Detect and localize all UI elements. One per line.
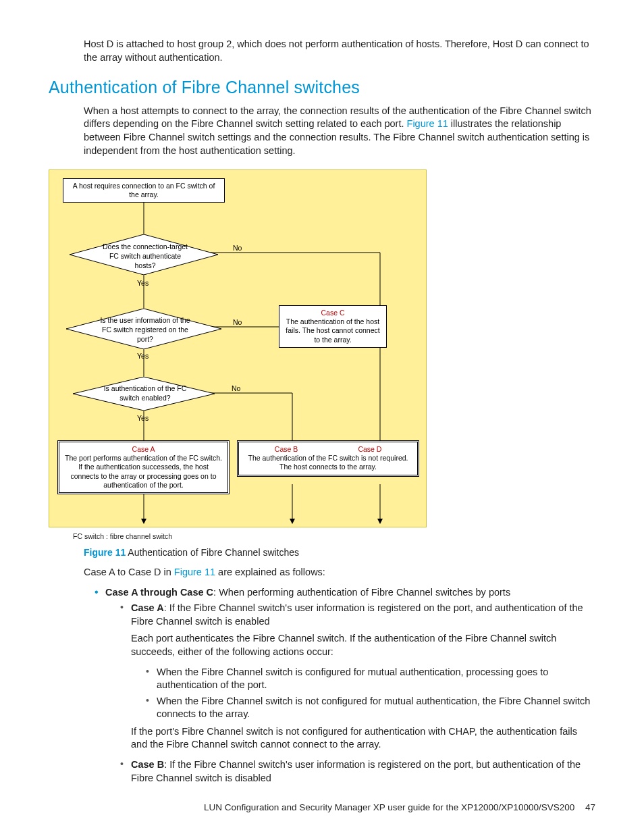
flowchart-diagram: A host requires connection to an FC swit…: [49, 170, 427, 527]
figure-ref-link[interactable]: Figure 11: [174, 567, 215, 577]
yes-label: Yes: [137, 413, 149, 423]
arrowhead-icon: [141, 519, 146, 524]
decision-text: Does the connection-target FC switch aut…: [98, 242, 192, 271]
bold-label: Case A through Case C: [105, 587, 213, 598]
diagram-legend: FC switch : fibre channel switch: [73, 531, 595, 541]
figure-caption-row: Figure 11 Authentication of Fibre Channe…: [84, 546, 595, 785]
figure-caption-text: Authentication of Fibre Channel switches: [126, 547, 299, 558]
text-span: Case A to Case D in: [84, 567, 174, 577]
decision-text: Is the user information of the FC switch…: [98, 315, 192, 344]
list-item: Case B: If the Fibre Channel switch's us…: [122, 758, 595, 785]
list-item: Case A through Case C: When performing a…: [96, 586, 595, 785]
figure-ref-link[interactable]: Figure 11: [407, 118, 448, 129]
figure-11: A host requires connection to an FC swit…: [49, 170, 595, 541]
paragraph-text: If the port's Fibre Channel switch is no…: [131, 725, 595, 752]
paragraph-text: When a host attempts to connect to the a…: [84, 105, 595, 157]
box-text: The authentication of the host fails. Th…: [286, 317, 379, 343]
text-span: are explained as follows:: [215, 567, 325, 577]
box-text: The port performs authentication of the …: [65, 454, 222, 488]
case-title: Case D: [329, 445, 410, 454]
page: Host D is attached to host group 2, whic…: [0, 0, 644, 834]
arrowhead-icon: [290, 519, 295, 524]
yes-label: Yes: [137, 278, 149, 288]
intro-paragraph: Host D is attached to host group 2, whic…: [84, 38, 595, 64]
page-footer: LUN Configuration and Security Manager X…: [204, 802, 595, 814]
box-text: A host requires connection to an FC swit…: [73, 182, 215, 199]
arrowhead-icon: [377, 519, 383, 524]
case-sublist: Case A: If the Fibre Channel switch's us…: [105, 602, 595, 785]
figure-caption: Figure 11 Authentication of Fibre Channe…: [84, 546, 595, 559]
footer-doc-title: LUN Configuration and Security Manager X…: [204, 802, 574, 812]
section-heading: Authentication of Fibre Channel switches: [49, 76, 595, 99]
box-text: The authentication of the FC switch is n…: [248, 454, 408, 471]
decision-text: Is authentication of the FC switch enabl…: [98, 384, 192, 402]
case-title: Case A: [132, 445, 155, 453]
yes-label: Yes: [137, 351, 149, 361]
flow-start-box: A host requires connection to an FC swit…: [63, 178, 225, 203]
lead-paragraph: When a host attempts to connect to the a…: [84, 105, 595, 157]
case-title: Case B: [246, 445, 327, 454]
page-number: 47: [585, 802, 595, 812]
no-label: No: [232, 384, 240, 393]
figure-number: Figure 11: [84, 547, 126, 558]
case-list: Case A through Case C: When performing a…: [84, 586, 595, 785]
text-span: When the Fibre Channel switch is configu…: [157, 667, 548, 691]
list-item: Case A: If the Fibre Channel switch's us…: [122, 602, 595, 752]
no-label: No: [233, 243, 242, 253]
case-c-box: Case C The authentication of the host fa…: [279, 305, 387, 348]
list-item: When the Fibre Channel switch is configu…: [147, 666, 595, 692]
case-a-box: Case A The port performs authentication …: [57, 440, 230, 494]
text-span: When the Fibre Channel switch is not con…: [157, 696, 590, 720]
paragraph-text: Each port authenticates the Fibre Channe…: [131, 632, 595, 658]
action-list: When the Fibre Channel switch is configu…: [131, 666, 595, 721]
bold-label: Case A: [131, 602, 164, 613]
text-span: : When performing authentication of Fibr…: [213, 587, 510, 598]
bold-label: Case B: [131, 759, 164, 770]
paragraph-text: Host D is attached to host group 2, whic…: [84, 38, 595, 64]
case-title: Case C: [321, 309, 344, 317]
case-bd-box: Case B Case D The authentication of the …: [237, 440, 419, 476]
text-span: : If the Fibre Channel switch's user inf…: [131, 602, 583, 627]
text-span: : If the Fibre Channel switch's user inf…: [131, 759, 581, 783]
no-label: No: [233, 317, 242, 327]
list-item: When the Fibre Channel switch is not con…: [147, 695, 595, 721]
paragraph-text: Case A to Case D in Figure 11 are explai…: [84, 566, 595, 579]
